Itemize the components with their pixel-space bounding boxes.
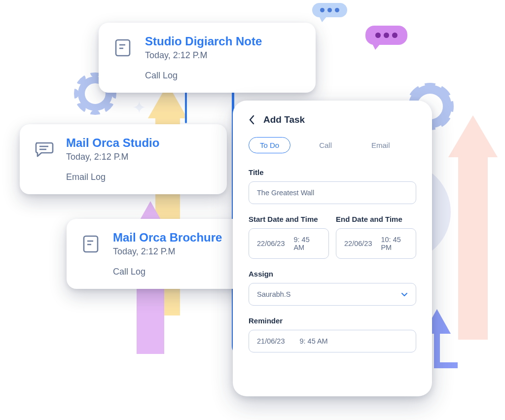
tab-email[interactable]: Email: [361, 138, 401, 153]
title-value: The Greatest Wall: [257, 189, 314, 197]
activity-title: Mail Orca Studio: [66, 136, 213, 150]
sparkle-icon: ✦: [132, 98, 149, 114]
task-type-tabs: To Do Call Email: [249, 137, 416, 153]
chat-bubble-icon: [312, 3, 347, 17]
title-label: Title: [249, 168, 416, 176]
start-date-value: 22/06/23: [257, 240, 285, 247]
note-icon: [80, 234, 101, 254]
end-date-label: End Date and Time: [336, 215, 416, 223]
assign-value: Saurabh.S: [257, 290, 291, 298]
activity-time: Today, 2:12 P.M: [145, 50, 302, 61]
tab-todo[interactable]: To Do: [249, 137, 290, 153]
reminder-date-value: 21/06/23: [257, 337, 285, 345]
assign-select[interactable]: Saurabh.S: [249, 283, 416, 306]
assign-label: Assign: [249, 270, 416, 278]
title-input[interactable]: The Greatest Wall: [249, 181, 416, 204]
add-task-panel: Add Task To Do Call Email Title The Grea…: [233, 101, 432, 396]
reminder-label: Reminder: [249, 316, 416, 325]
end-datetime-input[interactable]: 22/06/23 10: 45 PM: [336, 228, 416, 259]
activity-title: Studio Digiarch Note: [145, 35, 302, 48]
start-date-label: Start Date and Time: [249, 215, 329, 223]
back-button[interactable]: [249, 115, 254, 125]
activity-card[interactable]: Mail Orca Studio Today, 2:12 P.M Email L…: [20, 124, 227, 194]
reminder-datetime-input[interactable]: 21/06/23 9: 45 AM: [249, 330, 416, 352]
chat-icon: [34, 139, 54, 160]
start-time-value: 9: 45 AM: [293, 236, 321, 251]
end-date-value: 22/06/23: [344, 240, 372, 247]
activity-card[interactable]: Studio Digiarch Note Today, 2:12 P.M Cal…: [99, 23, 316, 93]
end-time-value: 10: 45 PM: [381, 236, 408, 251]
start-datetime-input[interactable]: 22/06/23 9: 45 AM: [249, 228, 329, 259]
reminder-time-value: 9: 45 AM: [299, 337, 327, 345]
panel-title: Add Task: [263, 114, 305, 125]
activity-log-type: Email Log: [66, 172, 213, 182]
activity-time: Today, 2:12 P.M: [66, 152, 213, 162]
activity-log-type: Call Log: [145, 70, 302, 81]
tab-call[interactable]: Call: [308, 138, 343, 153]
decorative-arrow-pink: [448, 115, 498, 157]
chat-bubble-icon: [365, 26, 407, 45]
note-icon: [112, 37, 133, 58]
chevron-down-icon: [401, 292, 408, 297]
